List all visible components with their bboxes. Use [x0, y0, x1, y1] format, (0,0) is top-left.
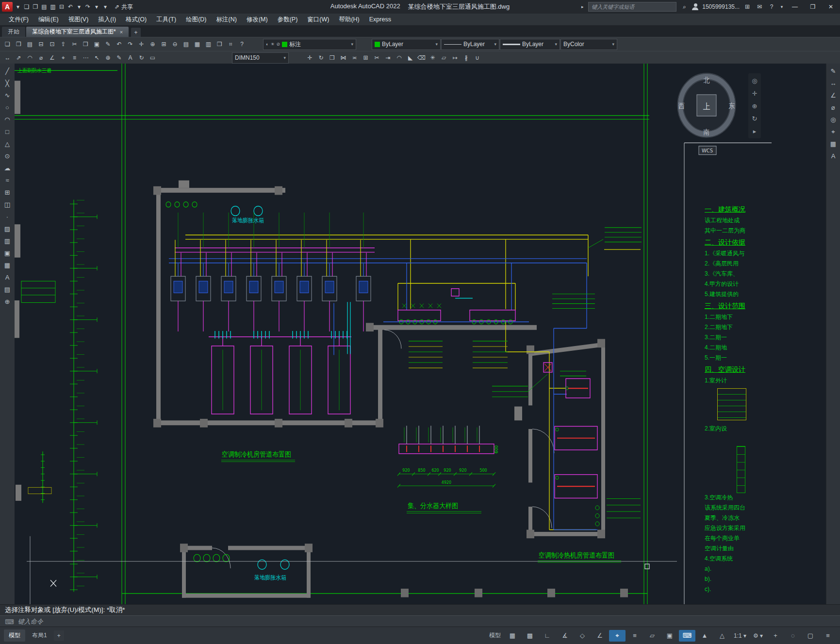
- dim-angular-icon[interactable]: ∠: [827, 90, 839, 101]
- cart-icon[interactable]: ⊞: [743, 1, 752, 12]
- revcloud-icon[interactable]: ☁: [1, 163, 13, 174]
- break-icon[interactable]: ∦: [461, 52, 472, 63]
- qat-redo-icon[interactable]: ↷: [83, 1, 92, 12]
- explode-icon[interactable]: ✳: [427, 52, 438, 63]
- workspace-gear-icon[interactable]: ⚙ ▾: [750, 630, 766, 642]
- grid-icon[interactable]: ▦: [504, 630, 521, 642]
- search-nav-icon[interactable]: ▸: [580, 1, 585, 12]
- open-icon[interactable]: ❐: [13, 39, 24, 50]
- copy-icon[interactable]: ❒: [80, 39, 91, 50]
- copy-object-icon[interactable]: ❒: [327, 52, 338, 63]
- menu-view[interactable]: 视图(V): [64, 14, 94, 25]
- snap-icon[interactable]: ▩: [522, 630, 538, 642]
- model-space-toggle[interactable]: 模型: [487, 630, 503, 642]
- publish-icon[interactable]: ⇪: [58, 39, 69, 50]
- redo-icon[interactable]: ↷: [125, 39, 136, 50]
- pan-hand-icon[interactable]: ✛: [750, 88, 759, 98]
- leader-icon[interactable]: ↖: [91, 52, 102, 63]
- user-icon[interactable]: [692, 3, 699, 11]
- plot-preview-icon[interactable]: ⊡: [47, 39, 58, 50]
- save-icon[interactable]: ▤: [24, 39, 35, 50]
- undo-icon[interactable]: ↶: [114, 39, 125, 50]
- scale-icon[interactable]: ▱: [438, 52, 449, 63]
- dim-arc-icon[interactable]: ◠: [24, 52, 35, 63]
- dim-update-icon[interactable]: ↻: [136, 52, 147, 63]
- minimize-button[interactable]: —: [788, 0, 802, 14]
- measure-icon[interactable]: ⊕: [1, 296, 13, 307]
- dim-linear-icon[interactable]: ↔: [827, 78, 839, 89]
- dim-continue-icon[interactable]: ⋯: [80, 52, 91, 63]
- polar-icon[interactable]: ∡: [557, 630, 573, 642]
- create-block-icon[interactable]: ◫: [1, 199, 13, 210]
- rectangle-icon[interactable]: □: [1, 126, 13, 137]
- orbit-icon[interactable]: ↻: [750, 114, 759, 123]
- color-control[interactable]: ByLayer ▾: [372, 39, 441, 50]
- erase-icon[interactable]: ⌫: [416, 52, 427, 63]
- dim-center-icon[interactable]: ⌖: [58, 52, 69, 63]
- view-compass[interactable]: 北 南 西 东 上: [677, 73, 736, 137]
- insert-block-icon[interactable]: ⊞: [1, 187, 13, 198]
- linetype-control[interactable]: ByLayer ▾: [441, 39, 499, 50]
- pan-icon[interactable]: ✛: [136, 39, 147, 50]
- tool-palettes-icon[interactable]: ▥: [203, 39, 214, 50]
- mtext-icon[interactable]: A: [1, 272, 13, 283]
- hatch-icon[interactable]: ▨: [1, 223, 13, 234]
- search-icon[interactable]: ⌕: [680, 1, 689, 12]
- isolate-objects-icon[interactable]: ◌: [785, 630, 801, 642]
- lineweight-icon[interactable]: ≡: [626, 630, 643, 642]
- match-properties-icon[interactable]: ✎: [102, 39, 114, 50]
- tolerance-icon[interactable]: ⊕: [102, 52, 114, 63]
- join-icon[interactable]: ∪: [472, 52, 483, 63]
- dimstyle-control[interactable]: DIMN150 ▾: [232, 52, 289, 64]
- annotation-monitor-icon[interactable]: +: [767, 630, 784, 642]
- autoscale-icon[interactable]: △: [714, 630, 730, 642]
- fillet-icon[interactable]: ◠: [394, 52, 405, 63]
- selection-cycling-icon[interactable]: ▣: [661, 630, 678, 642]
- annotation-visibility-icon[interactable]: ▲: [696, 630, 713, 642]
- app-menu-caret[interactable]: ▾: [14, 1, 22, 12]
- dim-baseline-icon[interactable]: ≡: [69, 52, 80, 63]
- qat-undo-icon[interactable]: ↶: [66, 1, 75, 12]
- point-icon[interactable]: ·: [1, 211, 13, 222]
- zoom-icon[interactable]: ⊕: [750, 101, 759, 111]
- mirror-icon[interactable]: ⋈: [338, 52, 349, 63]
- qat-redo-caret[interactable]: ▾: [92, 1, 101, 12]
- inbox-icon[interactable]: ✉: [755, 1, 764, 12]
- qat-open-icon[interactable]: ❐: [31, 1, 40, 12]
- text-style-icon[interactable]: A: [827, 150, 839, 162]
- qat-undo-caret[interactable]: ▾: [75, 1, 83, 12]
- menu-file[interactable]: 文件(F): [4, 14, 33, 25]
- move-icon[interactable]: ✛: [304, 52, 315, 63]
- table-icon[interactable]: ▦: [827, 138, 839, 149]
- menu-modify[interactable]: 修改(M): [242, 14, 273, 25]
- qat-customize-caret[interactable]: ▾: [101, 1, 110, 12]
- table-icon[interactable]: ▦: [1, 260, 13, 271]
- add-layout-button[interactable]: +: [54, 630, 64, 641]
- dim-linear-icon[interactable]: ↔: [2, 52, 13, 63]
- qat-saveas-icon[interactable]: ▥: [49, 1, 57, 12]
- clean-screen-icon[interactable]: ▢: [802, 630, 819, 642]
- zoom-previous-icon[interactable]: ⊖: [169, 39, 181, 50]
- otrack-icon[interactable]: ∠: [592, 630, 608, 642]
- drawing-canvas[interactable]: 北 南 西 东 上 空调制冷机房管道布置图 集、分水器大样图 空调制冷热机房管道…: [15, 64, 826, 604]
- dim-diameter-icon[interactable]: ⌀: [827, 102, 839, 113]
- sheet-set-icon[interactable]: ❒: [214, 39, 225, 50]
- menu-draw[interactable]: 绘图(D): [181, 14, 211, 25]
- isodraft-icon[interactable]: ◇: [574, 630, 591, 642]
- model-tab[interactable]: 模型: [4, 629, 25, 642]
- plot-icon[interactable]: ⊟: [35, 39, 47, 50]
- chamfer-icon[interactable]: ◣: [405, 52, 416, 63]
- stretch-icon[interactable]: ↦: [449, 52, 461, 63]
- array-icon[interactable]: ⊞: [360, 52, 371, 63]
- menu-insert[interactable]: 插入(I): [93, 14, 121, 25]
- menu-window[interactable]: 窗口(W): [302, 14, 334, 25]
- qat-new-icon[interactable]: ❏: [22, 1, 31, 12]
- menu-parametric[interactable]: 参数(P): [273, 14, 303, 25]
- extend-icon[interactable]: ⇥: [382, 52, 394, 63]
- plotstyle-control[interactable]: ByColor ▾: [560, 39, 617, 50]
- help-icon[interactable]: ?: [767, 1, 776, 12]
- maximize-button[interactable]: ❐: [806, 0, 820, 14]
- polygon-icon[interactable]: △: [1, 138, 13, 149]
- construction-line-icon[interactable]: ╳: [1, 78, 13, 89]
- menu-format[interactable]: 格式(O): [121, 14, 151, 25]
